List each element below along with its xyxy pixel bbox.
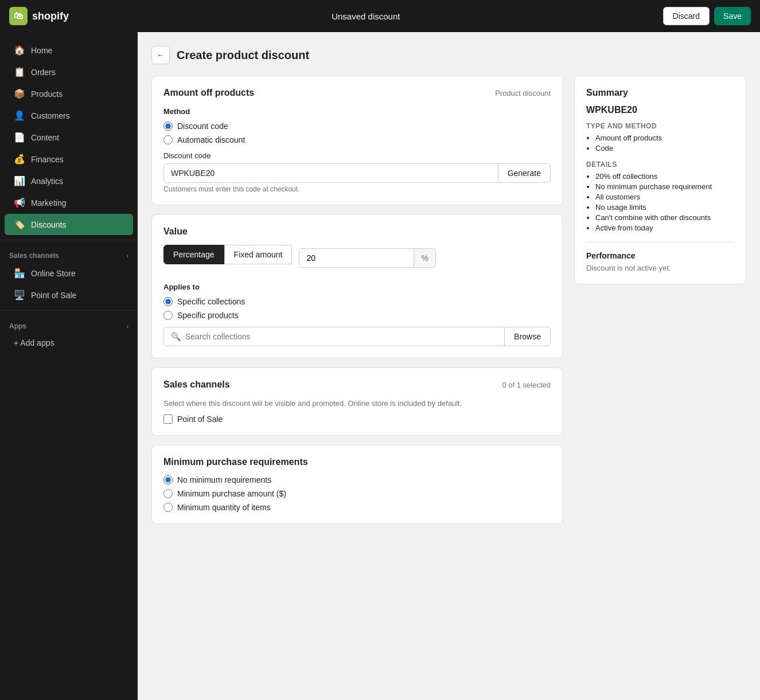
min-amount-radio[interactable] xyxy=(163,489,173,498)
sidebar-divider-2 xyxy=(0,310,138,311)
sidebar-item-label: Finances xyxy=(31,155,64,164)
online-store-icon: 🏪 xyxy=(14,268,25,279)
discount-code-input[interactable] xyxy=(163,163,498,183)
min-purchase-radio-group: No minimum requirements Minimum purchase… xyxy=(163,475,551,512)
back-button[interactable]: ← xyxy=(151,46,170,64)
customers-icon: 👤 xyxy=(14,110,25,121)
search-input-wrap: 🔍 xyxy=(163,327,505,346)
detail-item-5: Active from today xyxy=(595,224,734,232)
sidebar-item-products[interactable]: 📦 Products xyxy=(5,83,133,104)
topbar: 🛍 shopify Unsaved discount Discard Save xyxy=(0,0,760,32)
automatic-discount-label: Automatic discount xyxy=(177,135,245,144)
specific-products-option[interactable]: Specific products xyxy=(163,311,551,320)
fixed-amount-toggle[interactable]: Fixed amount xyxy=(224,245,293,264)
pos-channel-checkbox[interactable] xyxy=(163,414,173,424)
value-input-group: % xyxy=(299,248,435,268)
summary-card: Summary WPKUBE20 Type and method Amount … xyxy=(574,76,746,284)
value-input[interactable] xyxy=(299,249,414,267)
sidebar-item-label: Online Store xyxy=(31,269,76,278)
topbar-actions: Discard Save xyxy=(663,7,751,25)
content-icon: 📄 xyxy=(14,132,25,143)
sidebar-item-label: Customers xyxy=(31,111,70,120)
finances-icon: 💰 xyxy=(14,154,25,165)
browse-button[interactable]: Browse xyxy=(505,327,551,346)
page-title: Create product discount xyxy=(177,49,309,62)
detail-item-0: 20% off collections xyxy=(595,172,734,181)
sidebar-item-orders[interactable]: 📋 Orders xyxy=(5,61,133,83)
sidebar-item-analytics[interactable]: 📊 Analytics xyxy=(5,170,133,191)
sales-channels-description: Select where this discount will be visib… xyxy=(163,399,551,408)
detail-item-4: Can't combine with other discounts xyxy=(595,213,734,222)
analytics-icon: 📊 xyxy=(14,175,25,186)
sidebar-item-label: Marketing xyxy=(31,198,66,208)
sidebar-item-online-store[interactable]: 🏪 Online Store xyxy=(5,263,133,284)
specific-collections-radio[interactable] xyxy=(163,297,173,306)
orders-icon: 📋 xyxy=(14,67,25,77)
sidebar-item-content[interactable]: 📄 Content xyxy=(5,127,133,148)
min-amount-option[interactable]: Minimum purchase amount ($) xyxy=(163,489,551,498)
products-icon: 📦 xyxy=(14,88,25,99)
type-method-label: Type and method xyxy=(586,122,734,130)
performance-text: Discount is not active yet. xyxy=(586,264,734,272)
detail-item-1: No minimum purchase requirement xyxy=(595,182,734,191)
sidebar-item-finances[interactable]: 💰 Finances xyxy=(5,148,133,170)
no-minimum-option[interactable]: No minimum requirements xyxy=(163,475,551,484)
code-form-label: Discount code xyxy=(163,151,551,160)
type-item-0: Amount off products xyxy=(595,134,734,142)
discount-code-option[interactable]: Discount code xyxy=(163,122,551,131)
sidebar-item-discounts[interactable]: 🏷️ Discounts xyxy=(5,214,133,235)
sidebar-item-home[interactable]: 🏠 Home xyxy=(5,40,133,61)
details-label: Details xyxy=(586,161,734,169)
discount-code-label: Discount code xyxy=(177,122,228,131)
sidebar-item-add-apps[interactable]: + Add apps xyxy=(5,333,133,353)
min-quantity-option[interactable]: Minimum quantity of items xyxy=(163,503,551,512)
automatic-discount-radio[interactable] xyxy=(163,135,173,144)
sidebar-item-label: Content xyxy=(31,133,59,142)
sales-channels-card: Sales channels 0 of 1 selected Select wh… xyxy=(151,367,563,436)
discount-code-radio[interactable] xyxy=(163,122,173,131)
sidebar-item-marketing[interactable]: 📢 Marketing xyxy=(5,192,133,213)
value-card: Value Percentage Fixed amount % Applies … xyxy=(151,214,563,358)
no-minimum-radio[interactable] xyxy=(163,475,173,484)
save-button[interactable]: Save xyxy=(714,7,751,25)
sidebar-item-customers[interactable]: 👤 Customers xyxy=(5,105,133,126)
detail-item-3: No usage limits xyxy=(595,203,734,212)
code-form-group: Discount code Generate Customers must en… xyxy=(163,151,551,193)
code-input-row: Generate xyxy=(163,163,551,183)
search-container: 🔍 Browse xyxy=(163,327,551,346)
summary-code: WPKUBE20 xyxy=(586,105,734,115)
discard-button[interactable]: Discard xyxy=(663,7,710,25)
method-radio-group: Discount code Automatic discount xyxy=(163,122,551,144)
detail-item-2: All customers xyxy=(595,193,734,201)
specific-products-radio[interactable] xyxy=(163,311,173,320)
pos-icon: 🖥️ xyxy=(14,290,25,300)
sidebar-item-label: Analytics xyxy=(31,177,63,186)
apps-section: Apps › xyxy=(0,315,138,333)
performance-section: Performance Discount is not active yet. xyxy=(586,241,734,272)
min-quantity-radio[interactable] xyxy=(163,503,173,512)
home-icon: 🏠 xyxy=(14,45,25,56)
sidebar-item-pos[interactable]: 🖥️ Point of Sale xyxy=(5,284,133,306)
pos-channel-option[interactable]: Point of Sale xyxy=(163,414,551,424)
no-minimum-label: No minimum requirements xyxy=(177,475,271,484)
chevron-right-icon: › xyxy=(127,253,128,259)
sales-channels-header: Sales channels 0 of 1 selected xyxy=(163,380,551,390)
applies-to-radio-group: Specific collections Specific products xyxy=(163,297,551,320)
min-quantity-label: Minimum quantity of items xyxy=(177,503,271,512)
automatic-discount-option[interactable]: Automatic discount xyxy=(163,135,551,144)
collections-search-input[interactable] xyxy=(185,327,497,346)
sidebar-item-label: Point of Sale xyxy=(31,291,76,300)
sidebar-item-label: Orders xyxy=(31,68,56,77)
code-hint: Customers must enter this code at checko… xyxy=(163,185,551,193)
specific-collections-option[interactable]: Specific collections xyxy=(163,297,551,306)
specific-collections-label: Specific collections xyxy=(177,297,245,306)
pos-channel-label: Point of Sale xyxy=(177,414,223,424)
value-controls: Percentage Fixed amount % xyxy=(163,245,551,271)
method-label: Method xyxy=(163,107,551,116)
right-column: Summary WPKUBE20 Type and method Amount … xyxy=(574,76,746,533)
generate-button[interactable]: Generate xyxy=(498,163,551,183)
back-arrow-icon: ← xyxy=(157,50,165,60)
specific-products-label: Specific products xyxy=(177,311,239,320)
logo: 🛍 shopify xyxy=(9,7,69,25)
percentage-toggle[interactable]: Percentage xyxy=(163,245,224,264)
